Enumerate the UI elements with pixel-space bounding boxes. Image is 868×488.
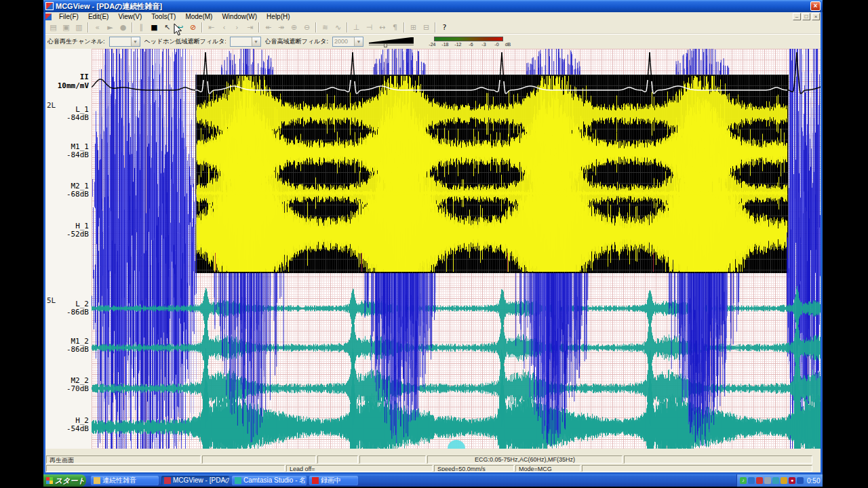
sweep-down-button[interactable]: ∿ (332, 22, 344, 33)
grid-button[interactable]: ⊞ (407, 22, 420, 33)
caliper-button[interactable]: ⊣ (363, 22, 376, 33)
rewind-button[interactable]: « (91, 22, 104, 33)
status-cell: Mode=MCG (515, 465, 580, 472)
gain-down-button[interactable]: ⊖ (300, 22, 313, 33)
db-tick-label: -3 (477, 42, 490, 47)
status-cell (624, 455, 812, 464)
highcut-filter-select[interactable]: 2000 ▼ (332, 37, 363, 47)
volume-icon[interactable]: ♪ (740, 477, 747, 484)
status-cell: 再生画面 (46, 455, 201, 464)
save-button[interactable]: ▣ (60, 22, 73, 33)
close-child-button[interactable]: × (812, 13, 820, 20)
jump-forward-button[interactable]: ↠ (275, 22, 288, 33)
ecg-lead-name: II (80, 73, 89, 81)
sweep-up-button[interactable]: ≋ (319, 22, 332, 33)
channel-level: -54dB (43, 425, 89, 433)
title-bar: MCGView - [PDAの連続性雑音] × (43, 0, 823, 12)
toolbar-separator (87, 22, 89, 33)
mouse-cursor-icon (174, 23, 182, 39)
menu-item-tools[interactable]: Tools(T) (146, 12, 180, 21)
control-bar: 心音再生チャンネル: ▼ ヘッドホン低域遮断フィルタ: ▼ 心音高域遮断フィルタ… (43, 34, 823, 49)
pause-button[interactable]: ∥ (135, 22, 148, 33)
task-icon (94, 477, 100, 484)
ecg-lead-label: II 10mm/mV (43, 73, 89, 90)
menu-item-mode[interactable]: Mode(M) (180, 12, 217, 21)
play-button[interactable]: ► (104, 22, 117, 33)
annotate-button[interactable]: ¶ (389, 22, 401, 33)
channel-level: -84dB (43, 151, 89, 159)
volume-slider[interactable] (368, 36, 416, 48)
window-title: MCGView - [PDAの連続性雑音] (56, 1, 810, 12)
waveform-canvas[interactable] (92, 49, 821, 449)
open-button[interactable]: ▤ (47, 22, 60, 33)
toolbar-separator (403, 22, 405, 33)
task-button-4[interactable]: 録画中 (309, 476, 358, 485)
gain-up-button[interactable]: ⊕ (288, 22, 300, 33)
app-icon (45, 2, 54, 10)
jump-back-button[interactable]: ↞ (262, 22, 275, 33)
marker-button[interactable]: ⊥ (350, 22, 363, 33)
messenger-icon[interactable] (797, 477, 804, 484)
channel-label-m2_2: M2_2-70dB (43, 377, 89, 393)
menu-item-edit[interactable]: Edit(E) (83, 12, 114, 21)
next-page-button[interactable]: › (231, 22, 243, 33)
abort-button[interactable]: ⊘ (186, 22, 199, 33)
task-button-2[interactable]: MCGView - [PDAの... (161, 476, 229, 485)
status-cell: Speed=50.0mm/s (434, 465, 514, 472)
task-button-3[interactable]: Camtasia Studio - 名... (232, 476, 307, 485)
playback-channel-select[interactable]: ▼ (109, 37, 140, 47)
help-button[interactable]: ? (438, 22, 451, 33)
channel-level: -52dB (43, 230, 89, 239)
print-button[interactable]: ▥ (73, 22, 85, 33)
volume-wedge-icon (369, 37, 414, 44)
app-window: MCGView - [PDAの連続性雑音] × File(F)Edit(E)Vi… (43, 0, 823, 474)
channel-label-m2_1: M2_1-68dB (43, 182, 89, 199)
status-cell (582, 465, 812, 472)
record-button[interactable]: ● (117, 22, 130, 33)
volume-thumb[interactable] (384, 43, 387, 47)
stop-button[interactable]: ■ (148, 22, 161, 33)
task-label: 録画中 (321, 476, 341, 485)
first-page-button[interactable]: ⇤ (205, 22, 218, 33)
toolbar-separator (258, 22, 260, 33)
display-icon[interactable] (772, 477, 779, 484)
menu-item-file[interactable]: File(F) (54, 12, 83, 21)
select-cursor-button[interactable]: ↖ (161, 22, 174, 33)
network-icon[interactable] (748, 477, 755, 484)
playback-channel-label: 心音再生チャンネル: (47, 37, 105, 46)
channel-level: -86dB (43, 308, 89, 317)
lowcut-filter-select[interactable]: ▼ (230, 37, 261, 47)
antivirus-icon[interactable] (756, 477, 763, 484)
clock: 0:50 (807, 477, 820, 485)
restore-child-button[interactable]: □ (802, 13, 810, 20)
channel-label-l_2: L_2-86dB (43, 300, 89, 317)
volume-track (369, 45, 414, 45)
db-tick-labels: -24-18-12-6-3-0dB (426, 42, 513, 47)
update-icon[interactable] (781, 477, 787, 484)
channel-level: -84dB (43, 114, 89, 122)
channel-label-h_2: H_2-54dB (43, 417, 89, 433)
channel-label-h_1: H_1-52dB (43, 222, 89, 239)
menu-item-view[interactable]: View(V) (113, 12, 146, 21)
safely-remove-icon[interactable] (764, 477, 771, 484)
prev-page-button[interactable]: ‹ (218, 22, 231, 33)
db-tick-label: -24 (426, 42, 439, 47)
db-colorbar (434, 37, 503, 41)
toolbar-separator (435, 22, 436, 33)
close-button[interactable]: × (810, 1, 821, 11)
recording-icon[interactable]: ● (789, 477, 795, 484)
measure-button[interactable]: ↔ (376, 22, 389, 33)
last-page-button[interactable]: ⇥ (243, 22, 256, 33)
start-button[interactable]: スタート (43, 474, 86, 487)
menu-item-help[interactable]: Help(H) (262, 12, 294, 21)
channel-level: -68dB (43, 190, 89, 199)
task-button-1[interactable]: 連続性雑音 (91, 476, 159, 485)
layout-button[interactable]: ⊟ (420, 22, 433, 33)
menu-bar: File(F)Edit(E)View(V)Tools(T)Mode(M)Wind… (43, 12, 823, 21)
minimize-child-button[interactable]: – (793, 13, 801, 20)
highcut-filter-label: 心音高域遮断フィルタ: (265, 37, 328, 46)
db-tick-label: -12 (452, 42, 465, 47)
chevron-down-icon: ▼ (252, 37, 260, 46)
channel-level: -70dB (43, 385, 89, 393)
menu-item-window[interactable]: Window(W) (217, 12, 262, 21)
